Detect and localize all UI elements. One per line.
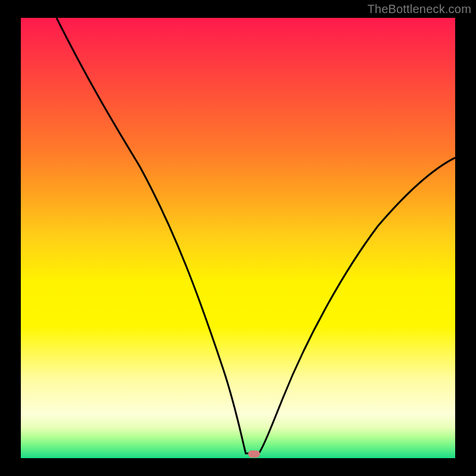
optimal-marker [248, 450, 260, 458]
chart-frame: TheBottleneck.com [0, 0, 476, 476]
watermark-text: TheBottleneck.com [367, 2, 471, 16]
curve-path [57, 18, 455, 453]
plot-area [21, 18, 455, 458]
bottleneck-curve [21, 18, 455, 458]
